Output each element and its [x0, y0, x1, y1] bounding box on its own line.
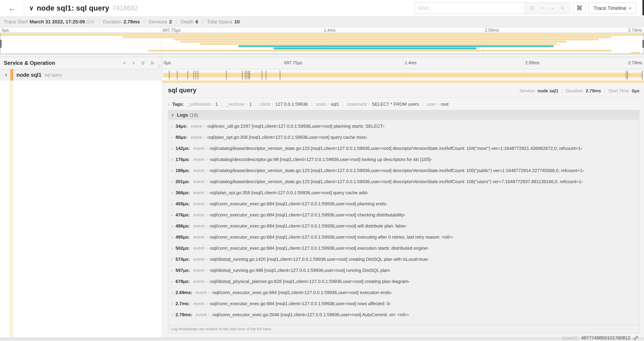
tag-value: SELECT * FROM users	[372, 102, 419, 107]
minimap-span	[200, 43, 557, 45]
collapse-one-icon[interactable]	[122, 61, 127, 66]
log-event-key: event	[193, 234, 204, 240]
log-row[interactable]: ›486μs:event=‹sql/conn_executor_exec.go:…	[168, 223, 639, 234]
axis-tick-label: 1.4ms	[405, 60, 416, 65]
tags-row[interactable]: › Tags: _unfinished=1_verbose=1client=12…	[168, 98, 640, 110]
tag-key: client	[260, 102, 270, 107]
span-name-cell[interactable]: ∨ node sql1 sql query	[0, 69, 162, 81]
log-row[interactable]: ›476μs:event=‹sql/conn_executor_exec.go:…	[168, 212, 639, 223]
log-event-value: ‹sql/catalog/lease/descriptor_version_st…	[209, 179, 583, 184]
spanid-value: 4877749850101760812	[581, 335, 630, 341]
log-row[interactable]: ›597μs:event=‹sql/distsql_running.go:498…	[168, 268, 639, 279]
page-scrollbar[interactable]	[642, 0, 644, 341]
span-row[interactable]: ∨ node sql1 sql query	[0, 69, 644, 81]
equals-sign: =	[206, 158, 208, 162]
chevron-right-icon: ›	[172, 312, 173, 317]
span-duration-bar[interactable]	[163, 73, 643, 77]
expand-all-icon[interactable]	[150, 61, 155, 66]
log-row[interactable]: ›176μs:event=‹sql/catalog/descs/descript…	[168, 157, 639, 168]
chevron-down-icon: ∨	[171, 113, 174, 118]
log-event-key: event	[191, 135, 202, 140]
clear-find-icon[interactable]	[560, 5, 565, 11]
log-row[interactable]: ›495μs:event=‹sql/conn_executor_exec.go:…	[168, 234, 639, 245]
log-marker-tick	[247, 71, 247, 79]
log-row[interactable]: ›80μs:event=‹sql/plan_opt.go:358 [nsql1,…	[168, 135, 639, 146]
trace-view-selector[interactable]: Trace Timeline ∨	[589, 3, 636, 14]
log-timestamp: 678μs:	[176, 279, 190, 284]
axis-tick-label: 0μs	[164, 60, 171, 65]
log-event-value: ‹sql/distsql_running.go:1420 [nsql1,clie…	[209, 257, 429, 262]
chevron-right-icon: ›	[172, 201, 173, 206]
tag-divider	[222, 102, 222, 107]
next-match-icon[interactable]	[550, 5, 555, 11]
back-button[interactable]: ←	[0, 0, 24, 17]
equals-sign: =	[206, 246, 208, 251]
chevron-right-icon: ›	[172, 268, 173, 273]
logs-header[interactable]: ∨ Logs (18)	[168, 110, 639, 120]
column-resizer-grip[interactable]	[158, 64, 160, 68]
link-icon[interactable]	[633, 335, 638, 340]
log-event-key: event	[193, 279, 204, 284]
axis-tick-label: 2.79ms	[628, 60, 642, 65]
log-marker-tick	[188, 71, 188, 79]
log-row[interactable]: ›34μs:event=‹sql/exec_util.go:2297 [nsql…	[168, 124, 639, 135]
log-row[interactable]: ›366μs:event=‹sql/plan_opt.go:358 [nsql1…	[168, 190, 639, 201]
spanid-label: SpanID:	[562, 335, 579, 341]
log-row[interactable]: ›502μs:event=‹sql/conn_executor_exec.go:…	[168, 245, 639, 257]
trace-id: 7418682	[112, 5, 138, 12]
log-row[interactable]: ›189μs:event=‹sql/catalog/lease/descript…	[168, 168, 639, 179]
log-row[interactable]: ›2.79ms:event=‹sql/conn_executor_exec.go…	[168, 312, 639, 323]
log-event-value: ‹sql/plan_opt.go:358 [nsql1,client=127.0…	[207, 135, 367, 140]
log-timestamp: 459μs:	[176, 201, 190, 207]
chevron-down-icon[interactable]: ∨	[4, 72, 8, 78]
log-row[interactable]: ›2.69ms:event=‹sql/conn_executor_exec.go…	[168, 290, 639, 301]
log-row[interactable]: ›678μs:event=‹sql/distsql_physical_plann…	[168, 279, 639, 290]
log-row[interactable]: ›142μs:event=‹sql/catalog/lease/descript…	[168, 146, 639, 157]
chevron-right-icon: ›	[172, 246, 173, 251]
log-marker-tick	[262, 71, 262, 79]
tag-divider	[312, 102, 312, 107]
log-event-value: ‹sql/conn_executor_exec.go:684 [nsql1,cl…	[209, 301, 390, 306]
stat-label: Services	[148, 19, 167, 25]
chevron-right-icon: ›	[172, 279, 173, 284]
expand-one-icon[interactable]	[131, 61, 136, 66]
minimap-span	[180, 41, 566, 43]
tag-divider	[343, 102, 343, 107]
scrollbar-thumb[interactable]	[642, 0, 644, 15]
log-marker-tick	[245, 71, 246, 79]
prev-match-icon[interactable]	[540, 5, 545, 11]
collapse-all-icon[interactable]	[140, 61, 146, 66]
log-marker-tick	[250, 71, 250, 79]
log-event-value: ‹sql/conn_executor_exec.go:684 [nsql1,cl…	[212, 290, 392, 295]
find-input[interactable]	[414, 3, 525, 14]
equals-sign: =	[206, 213, 208, 217]
stat-label: Duration	[103, 19, 121, 25]
equals-sign: =	[203, 124, 206, 129]
span-detail-title: sql query	[168, 87, 196, 94]
axis-tick-label: 697.75μs	[284, 60, 302, 65]
trace-title-wrap[interactable]: ∨ node sql1: sql query 7418682	[29, 4, 138, 12]
chevron-right-icon: ›	[172, 301, 173, 306]
minimap-scrubber-left[interactable]	[0, 40, 2, 48]
log-marker-tick	[266, 71, 266, 79]
equals-sign: =	[206, 257, 208, 262]
equals-sign: =	[203, 135, 206, 140]
focus-target-icon[interactable]	[530, 5, 535, 11]
timeline-header-icons	[122, 61, 155, 66]
tag-key: node	[316, 102, 326, 107]
tag-item: _unfinished=1	[187, 102, 218, 107]
minimap-canvas[interactable]	[0, 33, 644, 54]
log-row[interactable]: ›2.7ms:event=‹sql/conn_executor_exec.go:…	[168, 301, 639, 312]
log-row[interactable]: ›574μs:event=‹sql/distsql_running.go:142…	[168, 257, 639, 268]
minimap-span	[238, 45, 554, 47]
meta-divider	[604, 89, 605, 93]
keyboard-shortcuts-button[interactable]: ⌘	[573, 3, 586, 14]
logs-list: ›34μs:event=‹sql/exec_util.go:2297 [nsql…	[168, 120, 639, 325]
equals-sign: =	[208, 313, 210, 317]
logs-count: (18)	[190, 112, 198, 118]
log-event-key: event	[193, 257, 204, 262]
axis-tick-label: 2.79ms	[628, 28, 642, 33]
log-row[interactable]: ›459μs:event=‹sql/conn_executor_exec.go:…	[168, 201, 639, 212]
log-row[interactable]: ›201μs:event=‹sql/catalog/lease/descript…	[168, 179, 639, 190]
span-color-accent	[10, 69, 13, 81]
